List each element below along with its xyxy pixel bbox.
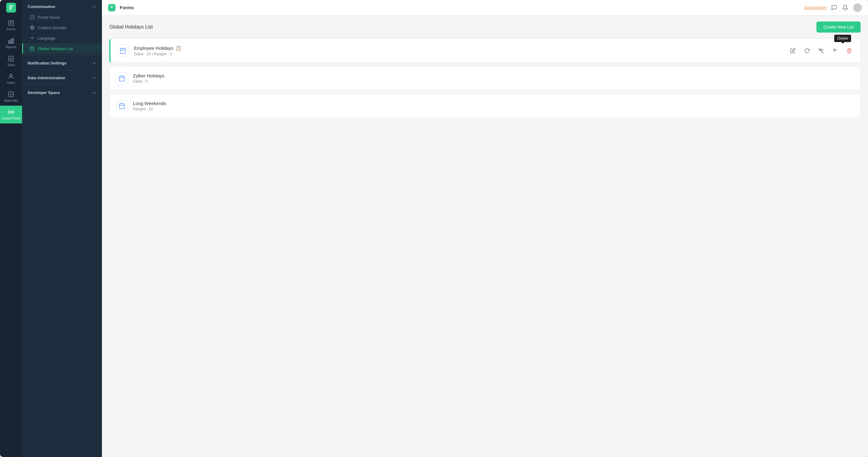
employee-edit-button[interactable] — [788, 46, 798, 56]
sidebar-item-global-holidays[interactable]: 31 Global Holidays List — [22, 43, 102, 54]
svg-rect-37 — [119, 104, 125, 109]
delete-tooltip: Delete — [834, 35, 851, 42]
topbar: Forms Subscription — [102, 0, 868, 16]
longweekends-title-text: Long Weekends — [133, 101, 166, 106]
sidebar-section-developer: Developer Space — [22, 86, 102, 98]
edit-icon — [790, 48, 796, 54]
data-administration-header[interactable]: Data Administration — [22, 71, 102, 83]
customisation-header[interactable]: Customisation — [22, 0, 102, 12]
nav-item-reports[interactable]: Reports — [0, 34, 22, 52]
longweekends-calendar-icon — [119, 102, 125, 109]
svg-text:31: 31 — [31, 49, 33, 50]
customisation-label: Customisation — [28, 4, 55, 9]
custom-domain-label: Custom Domain — [38, 26, 66, 30]
employee-delete-button[interactable] — [844, 46, 854, 56]
main-area: Forms Subscription Global Holidays List … — [102, 0, 868, 457]
sidebar-item-language[interactable]: Language — [22, 33, 102, 43]
user-avatar[interactable] — [853, 3, 862, 12]
svg-rect-3 — [9, 9, 12, 9]
svg-point-14 — [10, 74, 12, 77]
notification-settings-header[interactable]: Notification Settings — [22, 57, 102, 68]
subscription-link[interactable]: Subscription — [804, 5, 826, 10]
nav-control-panel-label: Control Panel — [2, 117, 21, 120]
disable-icon — [818, 48, 824, 54]
chevron-down-data-icon — [92, 76, 96, 80]
longweekends-card-title: Long Weekends — [133, 101, 854, 106]
employee-meta-text: Dates : 10 • Ranges : 3 — [134, 52, 172, 56]
holiday-card-employee: Employee Holidays 📋 Dates : 10 • Ranges … — [109, 39, 861, 63]
employee-translate-button[interactable] — [830, 46, 840, 56]
delete-btn-wrapper: Delete — [844, 46, 854, 56]
zylker-card-title: Zylker Holidays — [133, 73, 854, 78]
secondary-sidebar: Customisation Portal Name Custom Domain … — [22, 0, 102, 457]
svg-rect-1 — [9, 6, 13, 7]
app-logo — [6, 3, 16, 12]
longweekends-card-info: Long Weekends Ranges : 10 — [133, 101, 854, 111]
divider-3 — [22, 85, 102, 85]
topbar-right: Subscription — [804, 3, 862, 12]
language-icon — [30, 36, 35, 40]
sidebar-item-portal-name[interactable]: Portal Name — [22, 12, 102, 23]
translate-icon — [832, 48, 838, 54]
employee-card-info: Employee Holidays 📋 Dates : 10 • Ranges … — [134, 45, 783, 56]
zylker-title-text: Zylker Holidays — [133, 73, 164, 78]
delete-icon — [846, 48, 852, 54]
employee-calendar-icon — [119, 47, 126, 54]
svg-rect-15 — [9, 92, 13, 97]
svg-rect-26 — [110, 7, 113, 7]
nav-tasks-label: Tasks — [7, 63, 15, 67]
svg-rect-28 — [120, 49, 126, 54]
nav-item-users[interactable]: Users — [0, 70, 22, 88]
nav-users-label: Users — [7, 81, 15, 85]
zylker-card-meta: Dates : 5 — [133, 79, 854, 84]
icon-nav: Forms Reports Tasks Users Approvals Cont — [0, 16, 22, 123]
custom-domain-icon — [30, 25, 35, 30]
sidebar-section-data-admin: Data Administration — [22, 71, 102, 83]
nav-approvals-label: Approvals — [4, 99, 18, 102]
employee-title-text: Employee Holidays — [134, 45, 173, 51]
app-name: Forms — [120, 5, 134, 10]
longweekends-meta-text: Ranges : 10 — [133, 107, 153, 111]
employee-card-title: Employee Holidays 📋 — [134, 45, 783, 51]
app-logo-area — [0, 0, 22, 16]
global-holidays-icon: 31 — [30, 46, 35, 51]
developer-space-header[interactable]: Developer Space — [22, 86, 102, 98]
chevron-down-notification-icon — [92, 61, 96, 65]
portal-name-label: Portal Name — [38, 15, 60, 20]
portal-name-icon — [30, 15, 35, 20]
zylker-card-info: Zylker Holidays Dates : 5 — [133, 73, 854, 84]
svg-rect-25 — [110, 6, 113, 6]
svg-rect-4 — [9, 9, 11, 10]
language-label: Language — [38, 36, 56, 40]
svg-rect-0 — [9, 5, 13, 6]
page-title: Global Holidays List — [109, 24, 153, 30]
nav-item-tasks[interactable]: Tasks — [0, 52, 22, 70]
nav-item-control-panel[interactable]: Control Panel — [0, 105, 22, 123]
employee-card-meta: Dates : 10 • Ranges : 3 — [134, 52, 783, 56]
sidebar-item-custom-domain[interactable]: Custom Domain — [22, 23, 102, 33]
svg-rect-27 — [110, 7, 112, 8]
chevron-up-icon — [92, 5, 96, 9]
employee-refresh-button[interactable] — [802, 46, 812, 56]
employee-card-actions: Delete — [788, 46, 854, 56]
create-new-list-button[interactable]: Create New List — [816, 22, 861, 33]
longweekends-card-meta: Ranges : 10 — [133, 107, 854, 111]
global-holidays-label: Global Holidays List — [38, 47, 73, 51]
bell-icon[interactable] — [842, 5, 848, 11]
nav-item-forms[interactable]: Forms — [0, 17, 22, 34]
holiday-card-zylker: Zylker Holidays Dates : 5 — [109, 66, 861, 90]
svg-point-16 — [10, 111, 12, 113]
sidebar-section-customisation: Customisation Portal Name Custom Domain … — [22, 0, 102, 54]
nav-item-approvals[interactable]: Approvals — [0, 88, 22, 105]
employee-disable-button[interactable] — [816, 46, 826, 56]
holiday-list: Employee Holidays 📋 Dates : 10 • Ranges … — [109, 39, 861, 118]
icon-sidebar: Forms Reports Tasks Users Approvals Cont — [0, 0, 22, 457]
employee-title-icon: 📋 — [176, 45, 182, 51]
employee-calendar-icon-wrap — [117, 44, 129, 57]
svg-rect-10 — [10, 39, 12, 43]
holiday-card-long-weekends: Long Weekends Ranges : 10 — [109, 94, 861, 118]
content-area: Global Holidays List Create New List Emp… — [102, 16, 868, 457]
divider-2 — [22, 70, 102, 70]
chat-icon[interactable] — [831, 5, 837, 11]
zylker-meta-text: Dates : 5 — [133, 79, 148, 84]
